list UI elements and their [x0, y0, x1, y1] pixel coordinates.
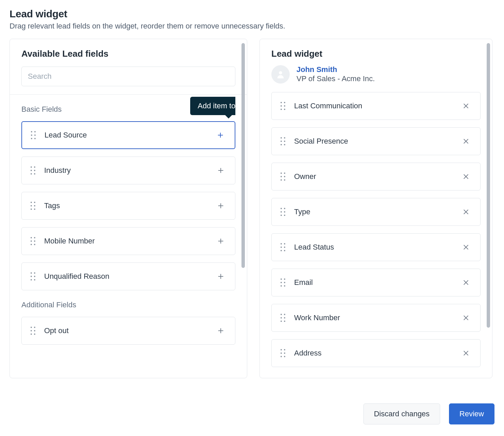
- available-field-item[interactable]: Unqualified Reason: [21, 262, 235, 290]
- lead-widget-title: Lead widget: [271, 49, 481, 59]
- svg-point-12: [279, 71, 282, 74]
- remove-icon[interactable]: [461, 312, 471, 323]
- field-label: Mobile Number: [44, 237, 215, 246]
- drag-handle-icon[interactable]: [30, 201, 36, 211]
- drag-handle-icon[interactable]: [30, 130, 36, 140]
- scrollbar[interactable]: [241, 43, 245, 374]
- widget-field-item[interactable]: Owner: [271, 163, 481, 190]
- widget-field-item[interactable]: Social Presence: [271, 127, 481, 155]
- field-label: Work Number: [294, 313, 461, 322]
- remove-icon[interactable]: [461, 101, 471, 111]
- add-item-tooltip: Add item to widget: [190, 97, 235, 115]
- add-icon[interactable]: [215, 130, 226, 141]
- add-icon[interactable]: [215, 271, 226, 282]
- discard-button[interactable]: Discard changes: [363, 403, 440, 424]
- scrollbar-thumb[interactable]: [487, 43, 490, 328]
- field-label: Type: [294, 207, 461, 216]
- scrollbar[interactable]: [487, 43, 490, 374]
- add-icon[interactable]: [215, 325, 226, 336]
- widget-field-item[interactable]: Address: [271, 339, 481, 367]
- remove-icon[interactable]: [461, 277, 471, 288]
- field-label: Opt out: [44, 326, 215, 335]
- person-subtitle: VP of Sales - Acme Inc.: [296, 74, 375, 84]
- drag-handle-icon[interactable]: [30, 326, 36, 335]
- add-icon[interactable]: [215, 165, 226, 176]
- person-row: John Smith VP of Sales - Acme Inc.: [260, 65, 492, 90]
- scrollbar-thumb[interactable]: [241, 43, 245, 268]
- drag-handle-icon[interactable]: [30, 272, 36, 281]
- available-field-item[interactable]: Lead Source Add item to widget: [21, 121, 235, 149]
- drag-handle-icon[interactable]: [30, 166, 36, 175]
- avatar: [271, 65, 290, 84]
- page-title: Lead widget: [10, 8, 494, 20]
- drag-handle-icon[interactable]: [280, 137, 286, 146]
- field-label: Lead Status: [294, 243, 461, 252]
- field-label: Owner: [294, 172, 461, 181]
- person-name[interactable]: John Smith: [296, 65, 375, 74]
- add-icon[interactable]: [215, 200, 226, 211]
- footer-actions: Discard changes Review: [363, 403, 494, 424]
- lead-widget-panel: Lead widget John Smith VP of Sales - Acm…: [259, 39, 492, 378]
- drag-handle-icon[interactable]: [280, 101, 286, 111]
- remove-icon[interactable]: [461, 171, 471, 182]
- field-label: Last Communication: [294, 102, 461, 110]
- person-icon: [276, 70, 285, 79]
- drag-handle-icon[interactable]: [280, 207, 286, 217]
- search-input[interactable]: [21, 67, 235, 86]
- widget-field-item[interactable]: Last Communication: [271, 92, 481, 120]
- remove-icon[interactable]: [461, 136, 471, 147]
- drag-handle-icon[interactable]: [280, 242, 286, 252]
- field-label: Social Presence: [294, 137, 461, 146]
- drag-handle-icon[interactable]: [280, 278, 286, 287]
- group-label-additional: Additional Fields: [21, 301, 235, 309]
- field-label: Unqualified Reason: [44, 272, 215, 281]
- page-subtitle: Drag relevant lead fields on the widget,…: [10, 22, 494, 31]
- add-icon[interactable]: [215, 236, 226, 247]
- review-button[interactable]: Review: [449, 403, 494, 424]
- widget-field-item[interactable]: Type: [271, 198, 481, 226]
- available-field-item[interactable]: Opt out: [21, 317, 235, 345]
- available-field-item[interactable]: Tags: [21, 192, 235, 220]
- available-field-item[interactable]: Industry: [21, 157, 235, 184]
- widget-field-item[interactable]: Lead Status: [271, 233, 481, 261]
- page-header: Lead widget Drag relevant lead fields on…: [10, 8, 494, 31]
- drag-handle-icon[interactable]: [280, 172, 286, 181]
- widget-field-item[interactable]: Email: [271, 269, 481, 296]
- available-fields-panel: Available Lead fields Basic Fields Lead …: [10, 39, 247, 378]
- field-label: Address: [294, 349, 461, 358]
- widget-field-item[interactable]: Work Number: [271, 304, 481, 332]
- available-fields-title: Available Lead fields: [21, 49, 235, 59]
- available-field-item[interactable]: Mobile Number: [21, 227, 235, 255]
- remove-icon[interactable]: [461, 348, 471, 359]
- field-label: Lead Source: [44, 131, 215, 140]
- drag-handle-icon[interactable]: [280, 313, 286, 323]
- drag-handle-icon[interactable]: [30, 236, 36, 246]
- field-label: Industry: [44, 166, 215, 175]
- remove-icon[interactable]: [461, 206, 471, 217]
- field-label: Email: [294, 278, 461, 287]
- drag-handle-icon[interactable]: [280, 348, 286, 358]
- field-label: Tags: [44, 201, 215, 210]
- remove-icon[interactable]: [461, 242, 471, 253]
